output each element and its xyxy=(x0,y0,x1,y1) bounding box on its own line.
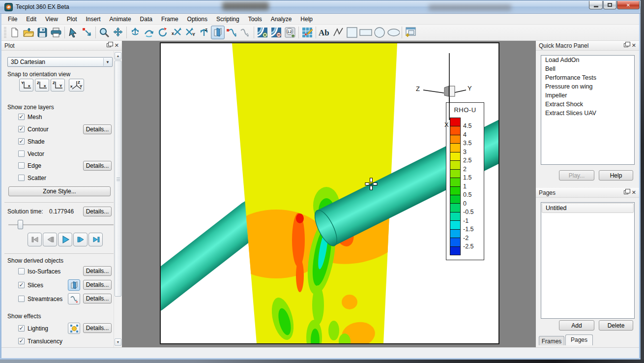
new-file-icon[interactable] xyxy=(8,26,22,39)
select-arrow-icon[interactable] xyxy=(66,26,80,39)
streamtraces-details-button[interactable]: Details... xyxy=(83,294,112,303)
contour-add-icon[interactable] xyxy=(256,26,269,39)
toolbar-grip[interactable] xyxy=(4,27,6,38)
iso-surfaces-details-button[interactable]: Details... xyxy=(83,266,112,276)
orient-view-xzy-button[interactable]: ZxY xyxy=(69,79,84,91)
macro-list[interactable]: Load AddOn Bell Performance Tests Pressu… xyxy=(541,55,635,165)
open-file-icon[interactable] xyxy=(22,26,35,39)
adjustor-arrow-icon[interactable] xyxy=(80,26,94,39)
rotate-spin-icon[interactable] xyxy=(156,26,170,39)
maximize-button[interactable] xyxy=(603,1,616,9)
rotate-y-icon[interactable]: Y xyxy=(183,26,197,39)
sidebar-scrollbar[interactable]: ▲ ▼ xyxy=(114,51,121,347)
edge-details-button[interactable]: Details... xyxy=(83,161,112,171)
vector-checkbox[interactable] xyxy=(18,151,25,157)
scroll-down-icon[interactable]: ▼ xyxy=(115,338,121,346)
mesh-checkbox[interactable]: ✓ xyxy=(18,114,25,120)
macro-item-performance-tests[interactable]: Performance Tests xyxy=(541,73,634,82)
menu-data[interactable]: Data xyxy=(136,14,157,24)
contour-legend[interactable]: RHO-U xyxy=(446,102,484,260)
new-frame-icon[interactable] xyxy=(404,26,417,39)
polyline-icon[interactable] xyxy=(331,26,345,39)
streamtraces-checkbox[interactable] xyxy=(18,296,25,302)
rectangle-icon[interactable] xyxy=(359,26,373,39)
ellipse-icon[interactable] xyxy=(386,26,400,39)
float-panel-icon[interactable] xyxy=(624,190,628,194)
solution-time-details-button[interactable]: Details... xyxy=(83,207,112,216)
slices-details-button[interactable]: Details... xyxy=(83,280,112,290)
zone-style-button[interactable]: Zone Style... xyxy=(8,186,111,196)
tab-frames[interactable]: Frames xyxy=(539,336,564,345)
close-panel-icon[interactable]: ✕ xyxy=(115,43,119,48)
contour-checkbox[interactable]: ✓ xyxy=(18,126,25,132)
menu-insert[interactable]: Insert xyxy=(82,14,105,24)
add-page-button[interactable]: Add xyxy=(559,320,594,331)
menu-help[interactable]: Help xyxy=(296,14,317,24)
orient-view-zy-button[interactable]: ZY xyxy=(51,79,65,91)
probe-icon[interactable] xyxy=(300,26,314,39)
macro-item-extract-slices-uav[interactable]: Extract Slices UAV xyxy=(541,109,634,118)
scrollbar-thumb[interactable] xyxy=(115,60,121,297)
close-button[interactable]: ✕ xyxy=(617,1,640,9)
menu-options[interactable]: Options xyxy=(183,14,212,24)
slice-tool-toggle-icon[interactable] xyxy=(68,279,80,291)
go-first-frame-button[interactable] xyxy=(28,233,42,246)
time-slider-handle[interactable] xyxy=(18,220,23,229)
macro-item-load-addon[interactable]: Load AddOn xyxy=(541,56,634,64)
menu-file[interactable]: File xyxy=(3,14,22,24)
close-panel-icon[interactable]: ✕ xyxy=(632,190,636,195)
lighting-checkbox[interactable]: ✓ xyxy=(18,325,25,332)
macro-panel-header[interactable]: Quick Macro Panel ✕ xyxy=(536,41,639,51)
zoom-icon[interactable] xyxy=(97,26,111,39)
orient-view-yx-button[interactable]: Yx xyxy=(19,79,33,91)
menu-analyze[interactable]: Analyze xyxy=(266,14,296,24)
close-panel-icon[interactable]: ✕ xyxy=(632,43,636,48)
contour-label-icon[interactable]: 1.2 xyxy=(283,26,297,39)
edge-checkbox[interactable] xyxy=(18,162,25,169)
go-last-frame-button[interactable] xyxy=(88,233,103,246)
lighting-tool-icon[interactable] xyxy=(68,323,80,334)
titlebar[interactable]: Tecplot 360 EX Beta ✕ xyxy=(0,0,641,14)
square-icon[interactable] xyxy=(345,26,359,39)
menu-frame[interactable]: Frame xyxy=(157,14,183,24)
streamtrace-remove-icon[interactable] xyxy=(238,26,252,39)
float-panel-icon[interactable] xyxy=(624,43,628,47)
time-slider-track[interactable] xyxy=(8,224,114,225)
tab-pages[interactable]: Pages xyxy=(565,334,593,345)
streamtrace-tool-icon[interactable] xyxy=(68,293,80,304)
circle-icon[interactable] xyxy=(373,26,386,39)
contour-details-button[interactable]: Details... xyxy=(83,124,112,134)
menu-animate[interactable]: Animate xyxy=(105,14,136,24)
plot-type-dropdown[interactable]: 3D Cartesian ▼ xyxy=(7,57,113,67)
scroll-up-icon[interactable]: ▲ xyxy=(115,52,121,60)
rotate-x-icon[interactable]: x xyxy=(170,26,183,39)
play-button[interactable] xyxy=(58,233,72,246)
pages-list[interactable]: Untitled xyxy=(541,202,635,319)
save-icon[interactable] xyxy=(35,26,49,39)
shade-checkbox[interactable]: ✓ xyxy=(18,138,25,145)
print-icon[interactable] xyxy=(49,26,63,39)
page-item-untitled[interactable]: Untitled xyxy=(542,203,634,213)
slices-checkbox[interactable]: ✓ xyxy=(18,282,25,288)
contour-remove-icon[interactable] xyxy=(269,26,283,39)
macro-item-extract-shock[interactable]: Extract Shock xyxy=(541,100,634,109)
macro-item-impeller[interactable]: Impeller xyxy=(541,91,634,100)
play-macro-button[interactable]: Play... xyxy=(559,170,594,181)
translucency-checkbox[interactable]: ✓ xyxy=(18,338,25,344)
step-forward-button[interactable] xyxy=(73,233,88,246)
delete-page-button[interactable]: Delete xyxy=(599,320,633,331)
minimize-button[interactable] xyxy=(589,1,603,9)
step-back-button[interactable] xyxy=(43,233,57,246)
menu-plot[interactable]: Plot xyxy=(62,14,82,24)
menu-view[interactable]: View xyxy=(41,14,62,24)
lighting-details-button[interactable]: Details... xyxy=(83,323,112,333)
pages-panel-header[interactable]: Pages ✕ xyxy=(536,188,639,198)
iso-surfaces-checkbox[interactable] xyxy=(18,268,25,274)
plot-panel-header[interactable]: Plot ✕ xyxy=(1,41,122,51)
menu-scripting[interactable]: Scripting xyxy=(212,14,244,24)
rotate-rollerball-icon[interactable] xyxy=(128,26,142,39)
float-panel-icon[interactable] xyxy=(107,43,111,47)
orient-view-zx-button[interactable]: Zx xyxy=(35,79,49,91)
text-tool-icon[interactable]: Ab xyxy=(318,26,331,39)
menu-tools[interactable]: Tools xyxy=(244,14,266,24)
